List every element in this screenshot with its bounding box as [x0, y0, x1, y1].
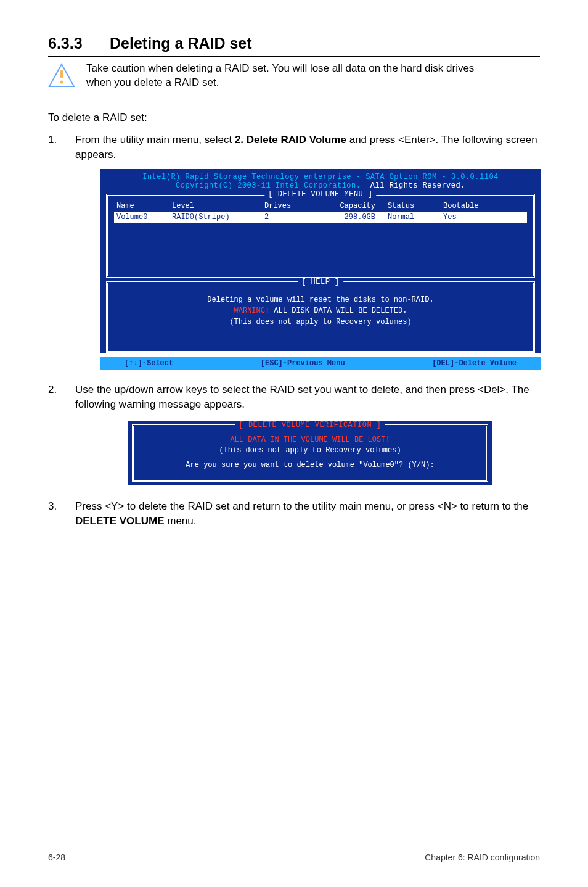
- divider: [48, 105, 540, 105]
- col-status: Status: [388, 202, 443, 210]
- bios-copyright: Copyright(C) 2003-11 Intel Corporation.: [176, 181, 361, 190]
- page-footer: 6-28 Chapter 6: RAID configuration: [48, 852, 540, 862]
- cell-name: Volume0: [116, 213, 172, 221]
- help-line-3: (This does not apply to Recovery volumes…: [114, 318, 527, 326]
- table-row[interactable]: Volume0 RAID0(Stripe) 2 298.0GB Normal Y…: [114, 212, 527, 223]
- caution-text: Take caution when deleting a RAID set. Y…: [86, 62, 481, 90]
- cell-level: RAID0(Stripe): [172, 213, 264, 221]
- step-bold: 2. Delete RAID Volume: [235, 134, 346, 146]
- footer-select: [↑↓]-Select: [125, 359, 173, 368]
- caution-note: Take caution when deleting a RAID set. Y…: [48, 62, 540, 90]
- bios-screenshot-delete-menu: Intel(R) Rapid Storage Technology enterp…: [100, 169, 541, 370]
- step-bold: DELETE VOLUME: [75, 515, 165, 527]
- step-number: 2.: [48, 382, 75, 397]
- step-3: 3.Press <Y> to delete the RAID set and r…: [48, 499, 540, 529]
- dialog-frame: [ DELETE VOLUME VERIFICATION ] ALL DATA …: [132, 424, 488, 482]
- bios-rights: All Rights Reserved.: [370, 181, 465, 190]
- col-drives: Drives: [264, 202, 314, 210]
- spacer: [114, 223, 527, 271]
- volume-table: Name Level Drives Capacity Status Bootab…: [114, 200, 527, 271]
- warning-prefix: WARNING:: [234, 307, 270, 315]
- ordered-list-text: Use the up/down arrow keys to select the…: [75, 384, 529, 410]
- table-header: Name Level Drives Capacity Status Bootab…: [114, 200, 527, 212]
- help-line-1: Deleting a volume will reset the disks t…: [114, 295, 527, 304]
- cell-status: Normal: [388, 213, 443, 221]
- warning-text: ALL DISK DATA WILL BE DELETED.: [269, 307, 407, 315]
- cell-capacity: 298.0GB: [314, 213, 388, 221]
- chapter-label: Chapter 6: RAID configuration: [425, 852, 540, 862]
- cell-bootable: Yes: [443, 213, 499, 221]
- footer-delete: [DEL]-Delete Volume: [432, 359, 517, 368]
- ordered-list-text: menu.: [165, 515, 197, 527]
- caution-icon: [48, 63, 75, 90]
- dialog-note: (This does not apply to Recovery volumes…: [140, 446, 480, 455]
- intro-text: To delete a RAID set:: [48, 110, 540, 125]
- bios-title-line-2: Copyright(C) 2003-11 Intel Corporation. …: [100, 181, 541, 190]
- ordered-list-text: From the utility main menu, select: [75, 134, 235, 146]
- col-name: Name: [116, 202, 172, 210]
- cell-drives: 2: [264, 213, 314, 221]
- section-number: 6.3.3: [48, 35, 110, 52]
- footer-previous: [ESC]-Previous Menu: [261, 359, 345, 368]
- bios-title-line-1: Intel(R) Rapid Storage Technology enterp…: [100, 173, 541, 181]
- delete-volume-frame: [ DELETE VOLUME MENU ] Name Level Drives…: [106, 194, 535, 278]
- page-number: 6-28: [48, 852, 65, 862]
- ordered-list-text: Press <Y> to delete the RAID set and ret…: [75, 500, 528, 512]
- svg-rect-1: [60, 70, 63, 78]
- help-label: [ HELP ]: [298, 278, 343, 286]
- step-2: 2.Use the up/down arrow keys to select t…: [48, 382, 540, 412]
- divider: [48, 56, 540, 57]
- dialog-prompt: Are you sure you want to delete volume "…: [140, 461, 480, 469]
- col-capacity: Capacity: [314, 202, 388, 210]
- delete-volume-label: [ DELETE VOLUME MENU ]: [264, 190, 376, 199]
- step-number: 3.: [48, 499, 75, 514]
- col-bootable: Bootable: [443, 202, 499, 210]
- bios-footer: [↑↓]-Select [ESC]-Previous Menu [DEL]-De…: [100, 357, 541, 370]
- step-1: 1.From the utility main menu, select 2. …: [48, 133, 540, 162]
- svg-point-2: [60, 80, 63, 83]
- bios-screenshot-dialog: [ DELETE VOLUME VERIFICATION ] ALL DATA …: [128, 421, 492, 485]
- section-heading: 6.3.3Deleting a RAID set: [48, 35, 540, 52]
- dialog-warning: ALL DATA IN THE VOLUME WILL BE LOST!: [140, 435, 480, 444]
- dialog-label: [ DELETE VOLUME VERIFICATION ]: [235, 421, 385, 429]
- help-line-2: WARNING: ALL DISK DATA WILL BE DELETED.: [114, 307, 527, 315]
- section-title: Deleting a RAID set: [110, 35, 252, 52]
- col-level: Level: [172, 202, 264, 210]
- step-number: 1.: [48, 133, 75, 147]
- help-frame: [ HELP ] Deleting a volume will reset th…: [106, 281, 535, 353]
